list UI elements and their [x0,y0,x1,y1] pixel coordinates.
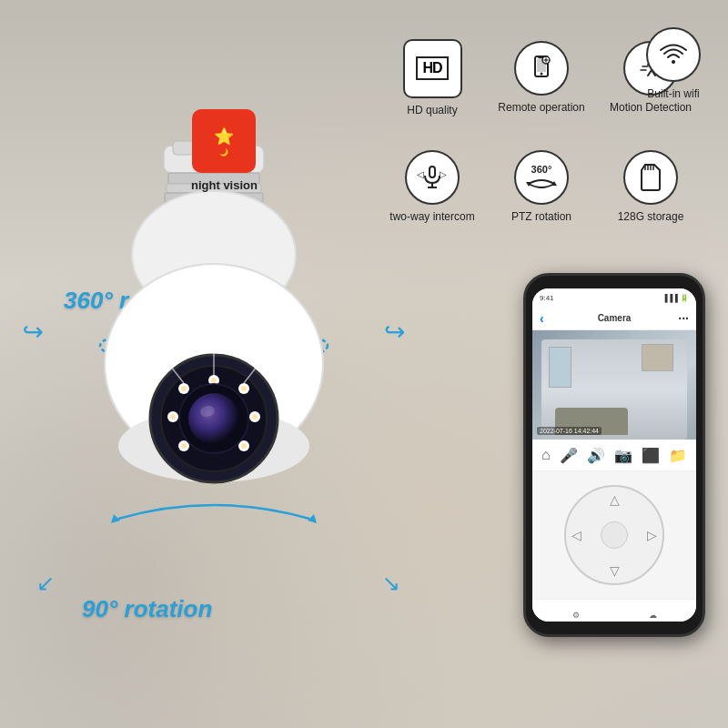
phone-controls-bar: ⌂ 🎤 🔊 📷 ⬛ 📁 [532,440,696,471]
phone-time: 9:41 [540,294,554,302]
storage-label: 128G storage [618,210,684,223]
svg-point-44 [241,386,247,391]
phone-mockup: 9:41 ▐▐▐ 🔋 ‹ Camera ··· 2022-07-1 [523,273,705,637]
night-vision-badge-container: ⭐ 🌙 night vision [191,109,258,192]
phone-app-header: ‹ Camera ··· [532,307,696,330]
night-vision-badge: ⭐ 🌙 [192,109,256,173]
wifi-feature-container: Built-in wifi [646,27,701,100]
svg-point-40 [181,386,187,391]
phone-signal-icons: ▐▐▐ 🔋 [662,294,689,302]
bottom-cloud-icon[interactable]: ☁ 云台 [645,611,662,622]
speaker-ctrl-icon[interactable]: 🔊 [587,447,605,464]
arrow-360-left-icon: ↩ [23,317,44,347]
home-ctrl-icon[interactable]: ⌂ [541,447,551,463]
remote-operation-label: Remote operation [498,101,584,114]
camera-bulb-svg [46,136,382,655]
feature-hd-quality: HD HD quality [382,27,482,127]
phone-ptz-area: △ ▽ ◁ ▷ [532,471,696,599]
main-container: HD HD quality Remote operation [0,0,728,728]
wifi-icon-circle [646,27,701,82]
camera-timestamp: 2022-07-16 14:42:44 [537,427,602,435]
feature-ptz-rotation: 360° PTZ rotation [491,136,592,237]
svg-point-54 [188,393,239,444]
arrow-360-right-icon: ↪ [384,317,405,347]
svg-text:▷: ▷ [440,169,447,179]
ptz-left-button[interactable]: ◁ [571,528,581,542]
feed-art [642,344,673,371]
phone-icon [528,55,555,82]
ptz-icon-circle: 360° [514,150,569,205]
svg-text:◁: ◁ [417,169,424,179]
ptz-center [601,521,628,549]
intercom-icon: ◁ ▷ [417,165,448,190]
svg-point-2 [541,73,543,76]
folder-ctrl-icon[interactable]: 📁 [669,447,687,464]
wifi-label: Built-in wifi [647,87,699,100]
mic-ctrl-icon[interactable]: 🎤 [560,447,578,464]
camera-svg-wrap [46,136,382,655]
feature-storage: 128G storage [601,136,701,237]
camera-product-area: ↩ ↪ ↙ ↙ 360° rotation 90° rotation [18,136,410,682]
hd-badge-icon: HD [403,39,462,98]
ptz-control-circle: △ ▽ ◁ ▷ [564,485,664,585]
menu-dots-button[interactable]: ··· [678,311,689,326]
arrow-90-right-icon: ↙ [382,571,400,596]
snapshot-ctrl-icon[interactable]: 📷 [614,447,632,464]
phone-camera-feed: 2022-07-16 14:42:44 [532,330,696,440]
ptz-down-button[interactable]: ▽ [610,563,620,578]
feature-remote-operation: Remote operation [491,27,592,127]
back-button[interactable]: ‹ [540,311,544,326]
ptz-right-button[interactable]: ▷ [647,528,657,542]
storage-icon-circle [623,150,678,205]
bottom-settings-icon[interactable]: ⚙ 设置 [568,611,584,622]
wifi-icon [658,42,689,67]
intercom-icon-circle: ◁ ▷ [405,150,460,205]
sd-card-icon [638,163,663,192]
phone-bottom-bar: ⚙ 设置 ☁ 云台 [532,599,696,622]
night-vision-label: night vision [191,178,258,192]
record-ctrl-icon[interactable]: ⬛ [642,447,660,464]
svg-point-50 [181,443,187,449]
phone-status-bar: 9:41 ▐▐▐ 🔋 [532,288,696,307]
hd-quality-label: HD quality [407,104,457,116]
remote-operation-icon-circle [514,41,569,96]
svg-point-46 [252,414,258,420]
ptz-rotation-label: PTZ rotation [511,210,571,223]
phone-screen: 9:41 ▐▐▐ 🔋 ‹ Camera ··· 2022-07-1 [532,288,696,622]
svg-point-48 [170,414,176,420]
app-title: Camera [598,313,632,323]
svg-rect-15 [430,167,435,177]
svg-point-52 [241,443,247,449]
ptz-up-button[interactable]: △ [610,492,620,507]
motion-detection-label: Motion Detection [610,101,692,114]
feed-window [549,347,571,388]
camera-feed-room [541,339,687,440]
svg-point-26 [672,60,675,64]
ptz-rotation-icon [525,175,558,191]
svg-point-42 [211,378,217,383]
